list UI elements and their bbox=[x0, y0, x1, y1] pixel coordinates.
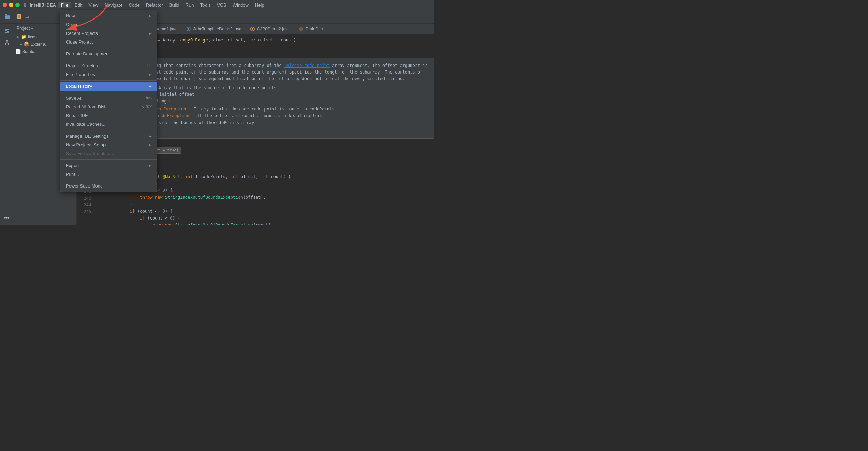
menu-item-new-projects-setup[interactable]: New Projects Setup ▶ bbox=[60, 140, 157, 149]
menu-item-manage-ide-settings[interactable]: Manage IDE Settings ▶ bbox=[60, 132, 157, 140]
code-line: } bbox=[100, 201, 434, 208]
menu-item-label: Manage IDE Settings bbox=[66, 133, 109, 139]
menu-item-label: New Projects Setup bbox=[66, 142, 106, 147]
menu-item-export[interactable]: Export ▶ bbox=[60, 161, 157, 170]
shortcut: ⌘S bbox=[145, 96, 152, 100]
menu-item-file-properties[interactable]: File Properties ▶ bbox=[60, 70, 157, 79]
menu-item-label: Invalidate Caches... bbox=[66, 122, 106, 127]
menu-item-label: Save All bbox=[66, 95, 82, 101]
menu-item-label: Close Project bbox=[66, 39, 93, 45]
menu-item-label: Power Save Mode bbox=[66, 183, 103, 189]
svg-line-9 bbox=[5, 41, 7, 43]
menu-item-project-structure[interactable]: Project Structure... ⌘; bbox=[60, 61, 157, 70]
menu-build[interactable]: Build bbox=[166, 2, 182, 8]
menu-item-invalidate-caches[interactable]: Invalidate Caches... bbox=[60, 120, 157, 129]
menu-edit[interactable]: Edit bbox=[72, 2, 85, 8]
more-icon[interactable]: ••• bbox=[2, 213, 12, 223]
tab-dot-icon: ⦿ bbox=[186, 26, 191, 32]
tree-arrow-icon: ▶ bbox=[17, 35, 20, 39]
menu-window[interactable]: Window bbox=[230, 2, 251, 8]
shortcut: ⌥⌘Y bbox=[141, 105, 152, 109]
svg-rect-1 bbox=[5, 14, 7, 15]
menu-vcs[interactable]: VCS bbox=[214, 2, 229, 8]
app-name: IntelliJ IDEA bbox=[30, 2, 56, 8]
shortcut: ⌘; bbox=[147, 63, 152, 68]
menu-item-close-project[interactable]: Close Project bbox=[60, 38, 157, 46]
menu-file[interactable]: File bbox=[58, 2, 71, 8]
project-badge: I bbox=[17, 14, 21, 19]
project-dropdown[interactable]: I itca bbox=[14, 13, 32, 21]
menu-item-label: Project Structure... bbox=[66, 63, 103, 68]
menu-item-local-history[interactable]: Local History ▶ bbox=[60, 82, 157, 91]
menu-item-label: Reload All from Disk bbox=[66, 104, 107, 109]
structure-icon[interactable] bbox=[2, 38, 12, 47]
menu-view[interactable]: View bbox=[86, 2, 101, 8]
project-view-icon[interactable] bbox=[2, 26, 12, 36]
submenu-arrow-icon: ▶ bbox=[149, 163, 152, 167]
menu-item-label: Print... bbox=[66, 171, 79, 177]
menu-item-label: Open... bbox=[66, 22, 81, 27]
left-sidebar-icons: ••• bbox=[0, 24, 14, 226]
menu-item-label: Recent Projects bbox=[66, 31, 98, 36]
tree-label: Scratc... bbox=[22, 49, 38, 54]
submenu-arrow-icon: ▶ bbox=[149, 143, 152, 147]
tree-label: Externa... bbox=[31, 42, 48, 47]
menu-separator bbox=[60, 159, 157, 160]
svg-point-7 bbox=[5, 43, 6, 45]
code-line: if (count <= 0) { bbox=[100, 208, 434, 215]
tab-label: C3P0Demo2.java bbox=[257, 26, 290, 31]
svg-point-8 bbox=[8, 43, 9, 45]
minimize-button[interactable] bbox=[9, 3, 13, 7]
menu-item-remote-dev[interactable]: Remote Development... bbox=[60, 49, 157, 58]
menu-tools[interactable]: Tools bbox=[197, 2, 214, 8]
menubar:  IntelliJ IDEA File Edit View Navigate … bbox=[0, 0, 434, 10]
menu-item-label: Save File as Template... bbox=[66, 151, 114, 156]
file-dropdown-menu: New ▶ Open... Recent Projects ▶ Close Pr… bbox=[60, 10, 157, 192]
menu-item-label: Repair IDE bbox=[66, 113, 88, 118]
menu-item-power-save[interactable]: Power Save Mode bbox=[60, 182, 157, 190]
tab-dot-icon: ⦿ bbox=[299, 26, 303, 32]
tab-label: DruidDem... bbox=[305, 26, 328, 31]
tab-jdbc2[interactable]: ⦿ JdbcTemplateDemo2.java bbox=[182, 24, 246, 34]
tab-c3p0[interactable]: ⦿ C3P0Demo2.java bbox=[246, 24, 294, 34]
folder-icon[interactable] bbox=[3, 12, 13, 22]
lib-icon: 📦 bbox=[24, 41, 29, 47]
tab-druid[interactable]: ⦿ DruidDem... bbox=[294, 24, 332, 34]
svg-rect-3 bbox=[7, 29, 9, 30]
menu-separator bbox=[60, 60, 157, 60]
menu-item-new[interactable]: New ▶ bbox=[60, 12, 157, 20]
menu-code[interactable]: Code bbox=[126, 2, 142, 8]
menu-separator bbox=[60, 180, 157, 180]
code-line: if (count < 0) { bbox=[100, 215, 434, 222]
menu-item-label: Remote Development... bbox=[66, 51, 114, 56]
svg-rect-2 bbox=[5, 29, 7, 31]
menu-navigate[interactable]: Navigate bbox=[102, 2, 125, 8]
svg-rect-5 bbox=[7, 31, 9, 33]
menu-item-save-as-template: Save File as Template... bbox=[60, 149, 157, 158]
menu-separator bbox=[60, 48, 157, 48]
code-line: throw new StringIndexOutOfBoundsExceptio… bbox=[100, 222, 434, 226]
menu-item-open[interactable]: Open... bbox=[60, 20, 157, 29]
submenu-arrow-icon: ▶ bbox=[149, 31, 152, 35]
menu-item-reload[interactable]: Reload All from Disk ⌥⌘Y bbox=[60, 102, 157, 111]
menu-run[interactable]: Run bbox=[183, 2, 197, 8]
svg-point-6 bbox=[6, 40, 8, 41]
menu-item-print[interactable]: Print... bbox=[60, 170, 157, 178]
menu-item-recent-projects[interactable]: Recent Projects ▶ bbox=[60, 29, 157, 38]
apple-icon:  bbox=[24, 2, 26, 8]
menu-help[interactable]: Help bbox=[252, 2, 267, 8]
scratch-icon: 📄 bbox=[15, 49, 21, 54]
tab-dot-icon: ⦿ bbox=[250, 26, 255, 32]
submenu-arrow-icon: ▶ bbox=[149, 134, 152, 138]
tree-label: itcast bbox=[28, 35, 38, 39]
close-button[interactable] bbox=[3, 3, 7, 7]
menu-separator bbox=[60, 130, 157, 130]
tab-label: JdbcTemplateDemo2.java bbox=[193, 26, 241, 31]
menu-item-label: New bbox=[66, 13, 75, 18]
menu-item-save-all[interactable]: Save All ⌘S bbox=[60, 94, 157, 102]
menu-item-label: Local History bbox=[66, 84, 92, 89]
menu-refactor[interactable]: Refactor bbox=[143, 2, 166, 8]
submenu-arrow-icon: ▶ bbox=[149, 72, 152, 76]
menu-item-repair-ide[interactable]: Repair IDE bbox=[60, 111, 157, 120]
maximize-button[interactable] bbox=[15, 3, 20, 7]
